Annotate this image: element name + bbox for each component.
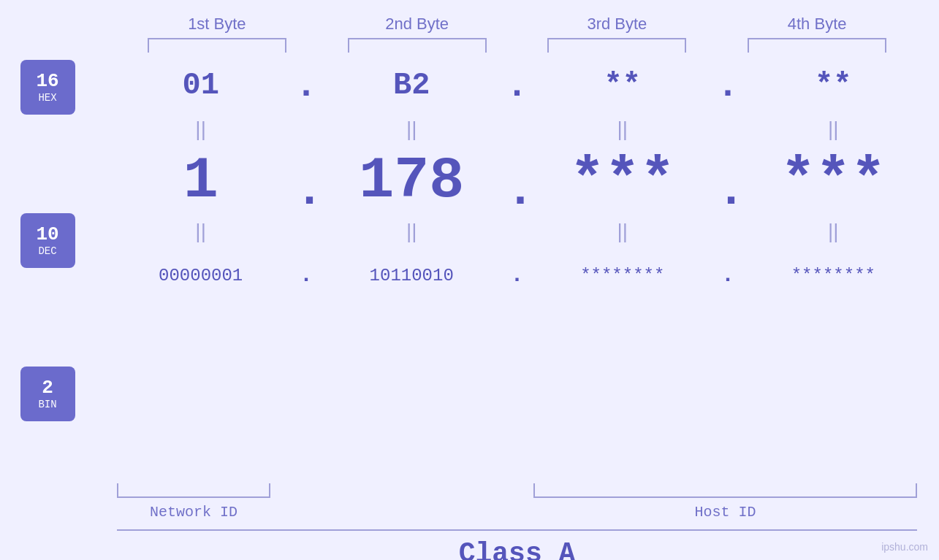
dec-num: 10	[36, 224, 58, 245]
dec-dot2: .	[506, 164, 528, 218]
bottom-brackets-labels: Network ID Host ID	[95, 483, 939, 521]
equals-row-1: || || || ||	[95, 115, 939, 144]
watermark: ipshu.com	[881, 541, 928, 553]
byte-headers-row: 1st Byte 2nd Byte 3rd Byte 4th Byte	[0, 15, 939, 34]
dec-dot3: .	[717, 164, 739, 218]
class-bar-inner: Class A	[95, 529, 939, 560]
byte1-header: 1st Byte	[137, 15, 297, 34]
main-wrapper: 1st Byte 2nd Byte 3rd Byte 4th Byte 16 H…	[0, 0, 939, 560]
class-a-label: Class A	[117, 538, 917, 560]
byte4-header: 4th Byte	[737, 15, 897, 34]
bracket-row	[95, 38, 939, 53]
hex-b4: **	[760, 68, 906, 103]
top-brackets	[0, 38, 939, 53]
bin-base: BIN	[38, 399, 56, 410]
hex-badge: 16 HEX	[20, 60, 75, 115]
dec-b4: ***	[760, 147, 906, 214]
host-bracket	[533, 483, 917, 498]
class-bar-line	[117, 529, 917, 531]
eq1-b4: ||	[760, 118, 906, 141]
eq2-b2: ||	[338, 220, 484, 243]
eq1-b2: ||	[338, 118, 484, 141]
hex-dot1: .	[295, 65, 317, 107]
bottom-bracket-lines	[117, 483, 917, 498]
hex-b1: 01	[128, 68, 274, 103]
hex-num: 16	[36, 71, 58, 92]
byte2-header: 2nd Byte	[337, 15, 498, 34]
bracket-byte1	[148, 38, 286, 53]
bin-row: 00000001 . 10110010 . ******** . *******…	[95, 246, 939, 304]
dec-b2: 178	[338, 147, 484, 214]
host-id-label: Host ID	[533, 504, 917, 521]
network-bracket	[117, 483, 270, 498]
eq2-b3: ||	[550, 220, 696, 243]
bin-badge: 2 BIN	[20, 367, 75, 421]
dec-b1: 1	[128, 147, 274, 214]
bin-dot3: .	[717, 263, 739, 288]
equals-row-2: || || || ||	[95, 217, 939, 246]
hex-row: 01 . B2 . ** . **	[95, 56, 939, 115]
hex-b3: **	[550, 68, 696, 103]
dec-row: 1 . 178 . *** . ***	[95, 144, 939, 217]
dec-badge: 10 DEC	[20, 213, 75, 268]
bin-b3: ********	[550, 266, 696, 285]
network-id-label: Network ID	[117, 504, 270, 521]
hex-b2: B2	[338, 68, 484, 103]
eq1-b1: ||	[128, 118, 274, 141]
bracket-byte3	[547, 38, 686, 53]
bracket-byte4	[748, 38, 886, 53]
bin-num: 2	[42, 377, 53, 399]
rows-area: 16 HEX 10 DEC 2 BIN 01 . B2 . **	[0, 56, 939, 480]
hex-dot3: .	[717, 65, 739, 107]
bin-b4: ********	[760, 266, 906, 285]
bottom-area: Network ID Host ID	[0, 483, 939, 521]
bin-dot1: .	[295, 263, 317, 288]
eq2-b4: ||	[760, 220, 906, 243]
bottom-labels-row: Network ID Host ID	[117, 504, 917, 521]
bracket-byte2	[348, 38, 487, 53]
dec-dot1: .	[295, 164, 317, 218]
bin-dot2: .	[506, 263, 528, 288]
eq1-b3: ||	[550, 118, 696, 141]
dec-base: DEC	[38, 245, 56, 257]
class-bar-area: Class A	[0, 529, 939, 560]
dec-b3: ***	[550, 147, 696, 214]
byte3-header: 3rd Byte	[536, 15, 697, 34]
byte-headers: 1st Byte 2nd Byte 3rd Byte 4th Byte	[95, 15, 939, 34]
labels-column: 16 HEX 10 DEC 2 BIN	[0, 56, 95, 480]
hex-base: HEX	[38, 92, 56, 104]
data-columns: 01 . B2 . ** . ** || || || || 1 .	[95, 56, 939, 480]
bin-b2: 10110010	[338, 266, 484, 285]
eq2-b1: ||	[128, 220, 274, 243]
hex-dot2: .	[506, 65, 528, 107]
bin-b1: 00000001	[128, 266, 274, 285]
